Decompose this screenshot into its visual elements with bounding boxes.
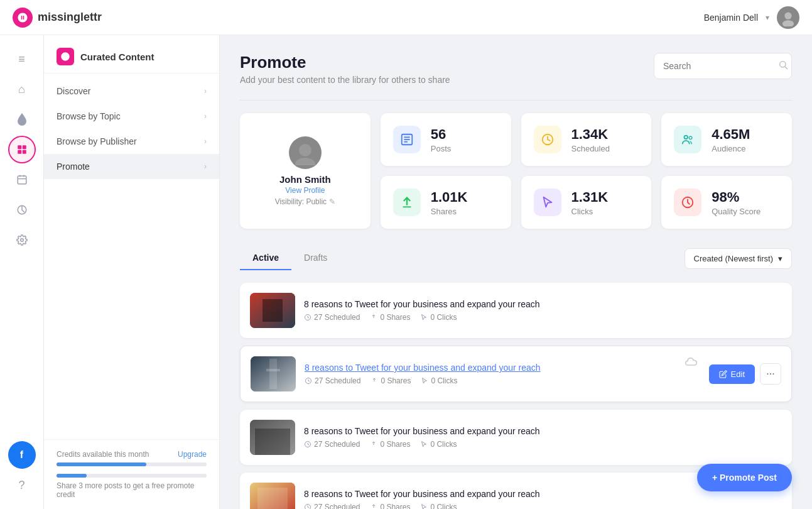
sidebar-item-promote[interactable]: Promote › — [44, 154, 219, 179]
meta-clicks-4: 0 Clicks — [420, 503, 457, 509]
svg-line-13 — [785, 67, 788, 69]
chevron-icon-browse-topic: › — [204, 112, 207, 121]
content-thumb-1 — [250, 293, 295, 328]
edit-button[interactable]: Edit — [709, 364, 755, 384]
stat-info-shares: 1.01K Shares — [431, 189, 468, 216]
sidebar-icon-analytics[interactable] — [8, 196, 36, 224]
content-meta-2: 27 Scheduled 0 Shares 0 Clicks — [305, 376, 700, 385]
meta-clicks-2: 0 Clicks — [421, 376, 457, 385]
svg-rect-30 — [266, 369, 280, 371]
sidebar-item-discover-label: Discover — [57, 86, 90, 96]
chevron-icon-promote: › — [204, 162, 207, 171]
sort-chevron-icon: ▾ — [778, 254, 782, 263]
svg-rect-29 — [269, 359, 277, 389]
share-progress-fill — [57, 474, 87, 478]
user-name: Benjamin Dell — [704, 13, 758, 23]
sort-label: Created (Newest first) — [694, 254, 773, 263]
stat-card-quality: 98% Quality Score — [661, 176, 792, 229]
logo-text: missinglettr — [38, 11, 102, 24]
user-dropdown-arrow[interactable]: ▾ — [766, 13, 769, 22]
content-meta-1: 27 Scheduled 0 Shares 0 Clicks — [304, 313, 782, 322]
content-info-1: 8 reasons to Tweet for your business and… — [304, 299, 782, 322]
sidebar-icon-facebook[interactable]: f — [8, 441, 36, 469]
stat-info-scheduled: 1.34K Scheduled — [571, 126, 610, 153]
svg-rect-6 — [18, 176, 26, 184]
profile-avatar — [289, 136, 322, 169]
content-sidebar: Curated Content Discover › Browse by Top… — [44, 35, 220, 509]
stat-info-audience: 4.65M Audience — [712, 126, 750, 153]
stat-label-posts: Posts — [431, 144, 452, 153]
meta-clicks-1: 0 Clicks — [420, 313, 457, 322]
search-icon — [778, 60, 788, 72]
sidebar-item-browse-publisher[interactable]: Browse by Publisher › — [44, 129, 219, 154]
credits-text: Credits available this month — [57, 450, 149, 459]
stat-card-shares: 1.01K Shares — [381, 176, 511, 229]
stat-info-quality: 98% Quality Score — [712, 189, 761, 216]
tab-drafts[interactable]: Drafts — [291, 246, 340, 270]
sidebar-item-browse-topic[interactable]: Browse by Topic › — [44, 104, 219, 129]
meta-shares-3: 0 Shares — [370, 440, 410, 449]
svg-point-11 — [20, 239, 23, 242]
profile-visibility: Visibility: Public ✎ — [275, 197, 335, 206]
content-info-4: 8 reasons to Tweet for your business and… — [304, 489, 782, 509]
meta-scheduled-4: 27 Scheduled — [304, 503, 360, 509]
tab-active[interactable]: Active — [240, 246, 291, 270]
main-layout: ≡ ⌂ f ? Curated Content Disco — [0, 35, 812, 509]
stat-label-audience: Audience — [712, 144, 750, 153]
edit-icon[interactable]: ✎ — [329, 197, 335, 206]
stat-info-posts: 56 Posts — [431, 126, 452, 153]
sidebar-header: Curated Content — [44, 35, 219, 74]
stat-label-clicks: Clicks — [571, 207, 609, 216]
svg-rect-33 — [255, 429, 290, 455]
more-button[interactable]: ··· — [760, 363, 781, 385]
content-item-active: 8 reasons to Tweet for your business and… — [240, 346, 792, 402]
user-avatar[interactable] — [777, 6, 799, 29]
content-item-3: 8 reasons to Tweet for your business and… — [240, 410, 792, 465]
meta-shares-2: 0 Shares — [371, 376, 411, 385]
tabs-row: Active Drafts Created (Newest first) ▾ — [240, 246, 792, 270]
meta-scheduled-3: 27 Scheduled — [304, 440, 360, 449]
stat-value-clicks: 1.31K — [571, 189, 609, 205]
share-text: Share 3 more posts to get a free promote… — [57, 481, 207, 499]
topnav: missinglettr Benjamin Dell ▾ — [0, 0, 812, 35]
svg-point-19 — [685, 136, 688, 140]
sidebar-footer: Credits available this month Upgrade Sha… — [44, 439, 219, 509]
main-content: Promote Add your best content to the lib… — [220, 35, 812, 509]
content-title-2[interactable]: 8 reasons to Tweet for your business and… — [305, 363, 700, 373]
visibility-text: Visibility: Public — [275, 197, 327, 206]
page-title: Promote — [240, 53, 450, 72]
credits-progress-fill — [57, 462, 146, 466]
upgrade-link[interactable]: Upgrade — [178, 450, 207, 459]
stat-value-quality: 98% — [712, 189, 761, 205]
sidebar-icon-settings[interactable] — [8, 226, 36, 254]
search-input[interactable] — [663, 61, 773, 71]
tabs: Active Drafts — [240, 246, 340, 270]
edit-label: Edit — [731, 369, 745, 379]
meta-scheduled-2: 27 Scheduled — [305, 376, 360, 385]
sidebar-item-promote-label: Promote — [57, 161, 90, 172]
view-profile-link[interactable]: View Profile — [285, 186, 325, 195]
sidebar-icon-menu[interactable]: ≡ — [8, 45, 36, 73]
sidebar-icon-help[interactable]: ? — [8, 471, 36, 499]
svg-point-0 — [784, 12, 791, 19]
svg-rect-36 — [257, 488, 288, 509]
sidebar-item-browse-topic-label: Browse by Topic — [57, 111, 121, 121]
sidebar-icon-home[interactable]: ⌂ — [8, 75, 36, 103]
sort-dropdown[interactable]: Created (Newest first) ▾ — [685, 248, 792, 269]
icon-sidebar: ≡ ⌂ f ? — [0, 35, 44, 509]
sidebar-title: Curated Content — [80, 52, 154, 62]
content-title-1: 8 reasons to Tweet for your business and… — [304, 299, 782, 309]
sidebar-icon-calendar[interactable] — [8, 166, 36, 194]
sidebar-item-discover[interactable]: Discover › — [44, 79, 219, 104]
svg-point-20 — [690, 136, 693, 140]
promote-post-button[interactable]: + Promote Post — [697, 464, 792, 491]
sidebar-icon-drop[interactable] — [8, 106, 36, 133]
sidebar-logo-icon — [57, 48, 74, 65]
sidebar-icon-curated[interactable] — [8, 136, 36, 163]
content-info-3: 8 reasons to Tweet for your business and… — [304, 426, 782, 449]
stat-icon-quality — [674, 189, 701, 216]
svg-rect-26 — [263, 299, 283, 322]
stat-value-posts: 56 — [431, 126, 452, 143]
stat-label-shares: Shares — [431, 207, 468, 216]
content-meta-3: 27 Scheduled 0 Shares 0 Clicks — [304, 440, 782, 449]
